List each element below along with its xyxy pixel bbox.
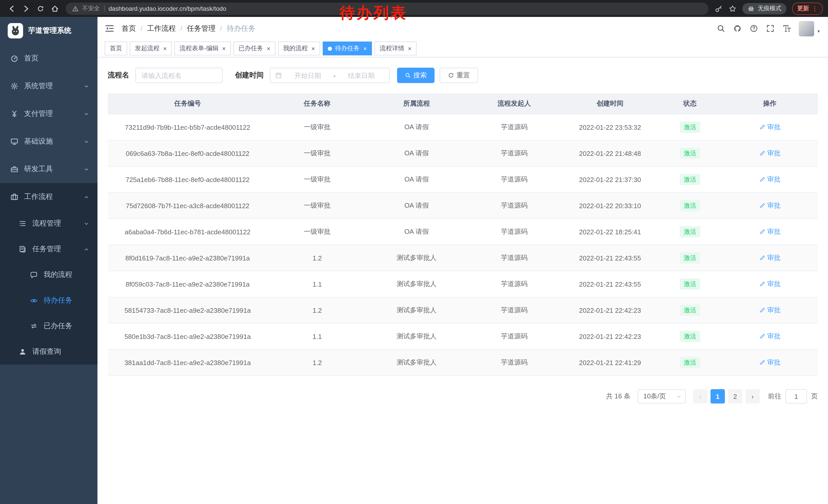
breadcrumb-separator: / xyxy=(220,25,222,32)
security-label: 不安全 xyxy=(82,5,100,12)
close-icon[interactable]: × xyxy=(267,45,271,51)
tab-label: 流程表单-编辑 xyxy=(179,44,218,53)
approve-link[interactable]: 审批 xyxy=(759,123,781,132)
approve-link[interactable]: 审批 xyxy=(759,149,781,158)
page-size-select[interactable]: 10条/页 xyxy=(638,389,686,404)
cell-created: 2022-01-21 22:42:23 xyxy=(562,297,658,323)
star-icon[interactable] xyxy=(729,4,737,12)
cell-process: OA 请假 xyxy=(367,114,466,140)
collapse-sidebar-icon[interactable] xyxy=(105,24,114,33)
github-icon[interactable] xyxy=(733,24,742,33)
key-icon[interactable] xyxy=(715,4,723,12)
approve-link[interactable]: 审批 xyxy=(759,358,781,367)
table-row: a6aba0a4-7b6d-11ec-b781-acde48001122一级审批… xyxy=(108,219,818,245)
cell-created: 2022-01-21 22:41:29 xyxy=(562,350,658,375)
tab-todo-task[interactable]: 待办任务× xyxy=(323,42,372,55)
search-icon xyxy=(405,72,411,79)
tab-my-process[interactable]: 我的流程× xyxy=(278,42,320,55)
next-page-button[interactable]: › xyxy=(745,389,760,404)
tab-home[interactable]: 首页 xyxy=(105,42,127,55)
cell-task-id: 580e1b3d-7ac8-11ec-a9e2-a2380e71991a xyxy=(108,323,267,350)
tasks-icon xyxy=(18,245,27,253)
cell-task-name: 一级审批 xyxy=(267,140,367,166)
menu-dots-icon[interactable]: ⋮ xyxy=(812,5,818,12)
approve-link[interactable]: 审批 xyxy=(759,332,781,341)
tab-done-task[interactable]: 已办任务× xyxy=(234,42,276,55)
sidebar-item-process-mgmt[interactable]: 流程管理 xyxy=(0,211,97,236)
date-range-picker[interactable]: - xyxy=(270,68,390,83)
cell-task-id: 725a1eb6-7b88-11ec-8ef0-acde48001122 xyxy=(108,166,267,192)
goto-page-input[interactable] xyxy=(785,389,807,404)
breadcrumb-item[interactable]: 任务管理 xyxy=(187,24,216,33)
status-badge: 激活 xyxy=(680,226,700,237)
search-button[interactable]: 搜索 xyxy=(397,68,434,83)
cell-task-name: 1.1 xyxy=(267,323,367,350)
sidebar-item-system[interactable]: 系统管理 xyxy=(0,72,97,100)
cell-process: 测试多审批人 xyxy=(367,323,466,350)
active-dot xyxy=(328,46,332,50)
total-count: 共 16 条 xyxy=(606,392,630,401)
font-size-icon[interactable] xyxy=(783,24,791,33)
tab-form-editor[interactable]: 流程表单-编辑× xyxy=(174,42,231,55)
approve-link[interactable]: 审批 xyxy=(759,201,781,210)
update-button[interactable]: 更新 ⋮ xyxy=(792,2,823,15)
annotation-text: 待办列表 xyxy=(340,3,407,24)
fullscreen-icon[interactable] xyxy=(766,24,775,33)
cell-initiator: 芋道源码 xyxy=(466,245,562,271)
cell-initiator: 芋道源码 xyxy=(466,297,562,323)
approve-link[interactable]: 审批 xyxy=(759,306,781,315)
help-icon[interactable] xyxy=(750,24,758,33)
list-icon xyxy=(18,220,27,228)
close-icon[interactable]: × xyxy=(222,45,226,51)
home-button[interactable] xyxy=(48,2,61,15)
back-button[interactable] xyxy=(5,2,18,15)
incognito-label: 无痕模式 xyxy=(758,5,781,12)
end-date-input[interactable] xyxy=(338,71,385,80)
close-icon[interactable]: × xyxy=(363,45,367,51)
reset-button[interactable]: 重置 xyxy=(440,68,478,83)
chevron-down-icon xyxy=(676,394,682,399)
approve-link[interactable]: 审批 xyxy=(759,279,781,289)
cell-task-name: 一级审批 xyxy=(267,192,367,219)
approve-link[interactable]: 审批 xyxy=(759,227,781,236)
sidebar-item-label: 我的流程 xyxy=(44,270,72,279)
user-avatar[interactable] xyxy=(799,21,815,36)
pencil-icon xyxy=(759,124,765,130)
approve-link[interactable]: 审批 xyxy=(759,253,781,263)
sidebar-item-done-task[interactable]: 已办任务 xyxy=(0,313,97,339)
column-header: 操作 xyxy=(722,93,818,114)
process-name-input[interactable] xyxy=(135,68,223,83)
close-icon[interactable]: × xyxy=(163,45,167,51)
sidebar-item-home[interactable]: 首页 xyxy=(0,45,97,72)
tab-label: 首页 xyxy=(110,44,122,53)
sidebar-item-task-mgmt[interactable]: 任务管理 xyxy=(0,236,97,262)
sidebar-item-workflow[interactable]: 工作流程 xyxy=(0,183,97,211)
tab-start-process[interactable]: 发起流程× xyxy=(130,42,172,55)
sidebar-item-infrastructure[interactable]: 基础设施 xyxy=(0,128,97,155)
sidebar-item-payment[interactable]: 支付管理 xyxy=(0,100,97,128)
sidebar-item-todo-task[interactable]: 待办任务 xyxy=(0,288,97,313)
sidebar-item-my-process[interactable]: 我的流程 xyxy=(0,262,97,288)
security-chip[interactable]: 不安全 xyxy=(72,5,100,12)
incognito-badge: 无痕模式 xyxy=(742,3,786,14)
page-button-2[interactable]: 2 xyxy=(728,389,742,404)
approve-link[interactable]: 审批 xyxy=(759,175,781,184)
sidebar-item-leave-query[interactable]: 请假查询 xyxy=(0,339,97,365)
close-icon[interactable]: × xyxy=(312,45,315,51)
pencil-icon xyxy=(759,307,765,313)
page-content: 流程名 创建时间 - 搜索 重置 xyxy=(97,57,828,504)
breadcrumb-item[interactable]: 工作流程 xyxy=(147,24,176,33)
breadcrumb-item[interactable]: 首页 xyxy=(122,24,136,33)
briefcase-icon xyxy=(10,193,18,201)
start-date-input[interactable] xyxy=(284,71,331,80)
prev-page-button[interactable]: ‹ xyxy=(693,389,707,404)
reload-button[interactable] xyxy=(34,2,47,15)
cell-initiator: 芋道源码 xyxy=(466,114,562,140)
close-icon[interactable]: × xyxy=(408,45,411,51)
sidebar-item-devtools[interactable]: 研发工具 xyxy=(0,155,97,183)
search-icon[interactable] xyxy=(717,24,726,33)
forward-button[interactable] xyxy=(19,2,33,15)
status-badge: 激活 xyxy=(680,278,700,290)
tab-process-detail[interactable]: 流程详情× xyxy=(374,42,417,55)
page-button-1[interactable]: 1 xyxy=(710,389,725,404)
